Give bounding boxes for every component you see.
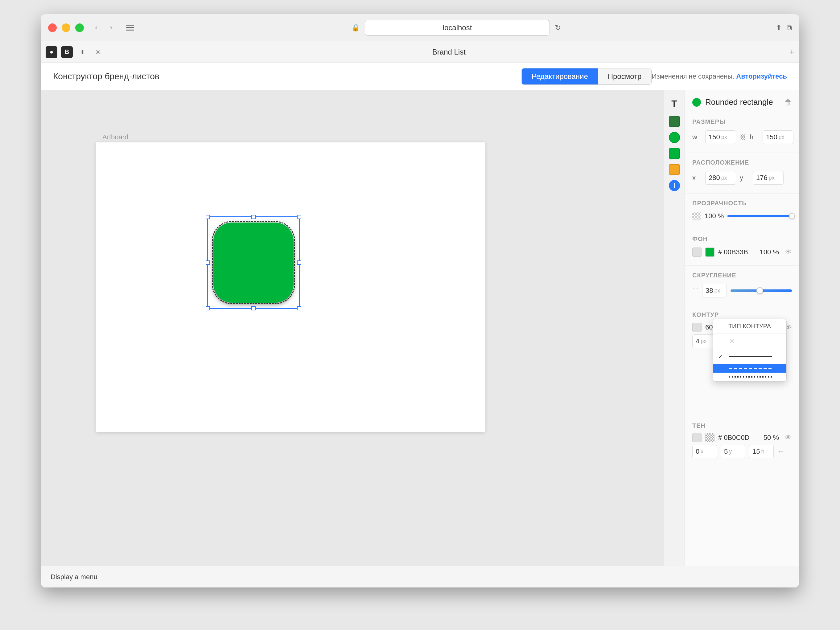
stroke-dashed-preview <box>729 368 772 369</box>
tabbar: ● B ✳ ✳ Brand List + <box>41 41 799 63</box>
y-label: у <box>740 174 749 182</box>
sidebar-toggle-button[interactable] <box>123 22 137 34</box>
status-text: Изменения не сохранены. <box>652 72 734 80</box>
reload-button[interactable]: ↻ <box>555 24 561 32</box>
stroke-color-type[interactable] <box>692 323 701 332</box>
tool-strip: T i <box>664 90 685 566</box>
opacity-row: 100 % <box>692 212 792 220</box>
fill-hex-value[interactable]: # 00B33B <box>718 248 756 256</box>
svg-rect-0 <box>126 25 134 25</box>
edit-mode-button[interactable]: Редактирование <box>522 68 598 85</box>
stroke-dashed-option[interactable] <box>713 364 786 373</box>
selection-handle-tr[interactable] <box>297 215 301 219</box>
width-label: w <box>692 133 701 141</box>
tab-icons: ● B ✳ ✳ <box>46 46 104 58</box>
stroke-solid-preview <box>729 356 772 357</box>
position-section-title: РАСПОЛОЖЕНИЕ <box>692 159 792 166</box>
size-row: w 150 px ⛓ h 150 px <box>692 131 792 144</box>
shadow-opacity-value: 50 % <box>764 434 779 442</box>
shadow-hex-value[interactable]: # 0B0C0D <box>718 434 760 442</box>
stroke-type-title: ТИП КОНТУРА <box>713 319 786 334</box>
selection-handle-tl[interactable] <box>206 215 210 219</box>
app-header: Конструктор бренд-листов Редактирование … <box>41 63 799 90</box>
stroke-none-option[interactable]: ✕ <box>713 334 786 349</box>
mode-switcher: Редактирование Просмотр <box>521 68 652 85</box>
color-swatch-dark-green[interactable] <box>669 116 680 127</box>
traffic-lights <box>48 24 84 32</box>
x-label: x <box>692 174 701 182</box>
shadow-color-type[interactable] <box>692 433 701 442</box>
new-tab-button[interactable]: ⧉ <box>787 24 792 32</box>
shadow-x-input[interactable]: 0 x <box>692 445 717 458</box>
selection-handle-br[interactable] <box>297 306 301 310</box>
back-button[interactable]: ‹ <box>90 22 103 34</box>
url-bar[interactable]: localhost <box>365 20 550 36</box>
minimize-button[interactable] <box>62 24 70 32</box>
size-section-title: РАЗМЕРЫ <box>692 118 792 126</box>
solid-check-icon: ✓ <box>718 353 725 360</box>
url-bar-area: 🔒 localhost ↻ <box>143 20 769 36</box>
shadow-section-title: ТЕН <box>692 422 792 429</box>
maximize-button[interactable] <box>75 24 84 32</box>
color-swatch-orange[interactable] <box>669 164 680 175</box>
stroke-dotted-preview <box>729 376 772 378</box>
shadow-y-input[interactable]: 5 y <box>721 445 745 458</box>
tab-icon-asterisk: ✳ <box>92 46 104 58</box>
lock-icon: 🔒 <box>352 24 360 32</box>
selection-handle-mr[interactable] <box>297 260 301 265</box>
lock-proportions-icon[interactable]: ⛓ <box>740 134 746 141</box>
delete-shape-button[interactable]: 🗑 <box>785 98 792 107</box>
selection-handle-ml[interactable] <box>206 260 210 265</box>
color-swatch-green-square[interactable] <box>669 148 680 159</box>
shape-container[interactable] <box>213 222 294 303</box>
height-input[interactable]: 150 px <box>763 131 793 144</box>
bottom-bar: Display a menu <box>41 566 799 587</box>
rounded-rectangle-shape[interactable] <box>213 222 294 303</box>
forward-button[interactable]: › <box>105 22 117 34</box>
opacity-slider[interactable] <box>728 215 792 217</box>
close-button[interactable] <box>48 24 57 32</box>
new-tab-add-button[interactable]: + <box>789 47 794 57</box>
tab-icon-circle: ● <box>46 46 57 58</box>
corner-radius-icon: ⌒ <box>692 287 698 295</box>
display-menu-text: Display a menu <box>51 573 98 581</box>
fill-row: # 00B33B 100 % 👁 <box>692 247 792 257</box>
preview-mode-button[interactable]: Просмотр <box>598 68 652 85</box>
corner-slider[interactable] <box>731 290 792 292</box>
nav-buttons: ‹ › <box>90 22 117 34</box>
shape-header: Rounded rectangle 🗑 <box>685 90 799 112</box>
fill-color-type[interactable] <box>692 247 701 257</box>
tab-title: Brand List <box>109 48 789 57</box>
opacity-section-title: ПРОЗРАЧНОСТЬ <box>692 200 792 207</box>
width-input[interactable]: 150 px <box>705 131 736 144</box>
x-input[interactable]: 280 px <box>705 171 736 184</box>
canvas-area[interactable]: Artboard <box>41 90 664 566</box>
shadow-visibility-toggle[interactable]: 👁 <box>785 434 792 442</box>
text-tool-button[interactable]: T <box>667 96 682 111</box>
artboard[interactable] <box>96 142 485 432</box>
shadow-blur-input[interactable]: 15 b <box>749 445 774 458</box>
color-swatch-bright-green[interactable] <box>669 132 680 143</box>
fill-section-title: ФОН <box>692 235 792 243</box>
info-button[interactable]: i <box>669 180 680 191</box>
stroke-solid-option[interactable]: ✓ <box>713 349 786 364</box>
shadow-spread-icon[interactable]: ↔ <box>777 447 784 455</box>
selection-handle-tm[interactable] <box>251 215 256 219</box>
login-link[interactable]: Авторизуйтесь <box>736 72 787 80</box>
share-button[interactable]: ⬆ <box>775 24 782 32</box>
selection-handle-bl[interactable] <box>206 306 210 310</box>
titlebar: ‹ › 🔒 localhost ↻ ⬆ ⧉ <box>41 14 799 41</box>
corner-row: ⌒ 38 px <box>692 284 792 298</box>
stroke-dotted-option[interactable] <box>713 373 786 381</box>
stroke-section: КОНТУР 60 % 👁 4 px ⇔ <box>685 306 799 355</box>
shadow-color-preview[interactable] <box>705 433 714 442</box>
url-text: localhost <box>443 24 472 32</box>
corner-section-title: СКРУГЛЕНИЕ <box>692 272 792 279</box>
corner-radius-input[interactable]: 38 px <box>702 284 727 298</box>
y-input[interactable]: 176 px <box>753 171 783 184</box>
opacity-checker <box>692 212 701 220</box>
corner-slider-thumb <box>756 287 763 294</box>
fill-color-preview[interactable] <box>705 247 714 257</box>
fill-visibility-toggle[interactable]: 👁 <box>785 248 792 256</box>
selection-handle-bm[interactable] <box>251 306 256 310</box>
